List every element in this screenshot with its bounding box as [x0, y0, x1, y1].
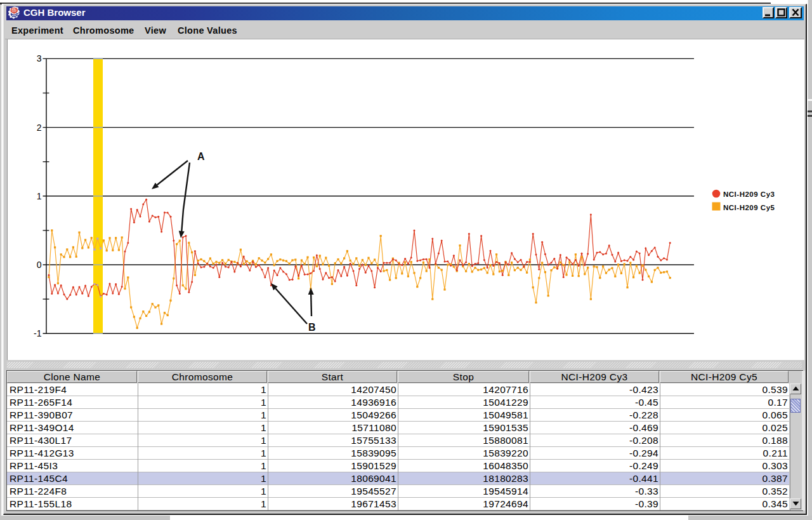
- svg-text:NCI-H209 Cy5: NCI-H209 Cy5: [723, 204, 775, 211]
- svg-text:A: A: [197, 151, 205, 162]
- svg-text:1: 1: [37, 191, 42, 201]
- svg-text:3: 3: [37, 53, 42, 63]
- svg-text:B: B: [308, 322, 316, 333]
- svg-text:-1: -1: [34, 328, 42, 338]
- svg-text:2: 2: [37, 123, 42, 133]
- svg-text:NCI-H209 Cy3: NCI-H209 Cy3: [723, 190, 775, 198]
- svg-text:0: 0: [37, 260, 42, 270]
